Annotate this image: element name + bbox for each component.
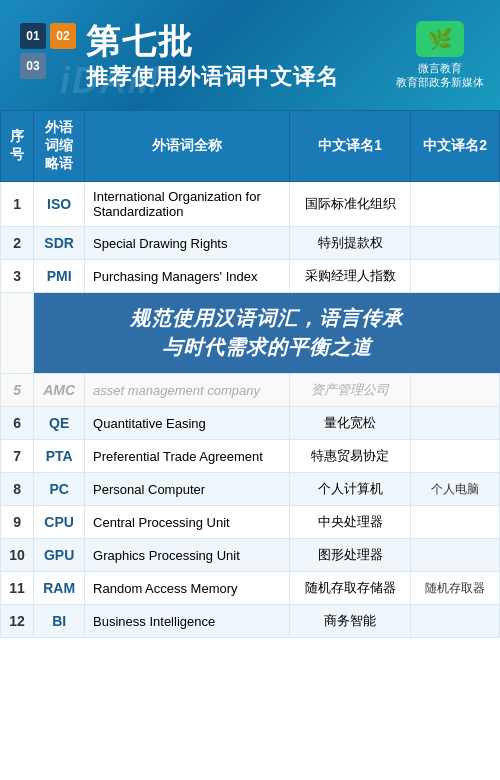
cell-zh2: [411, 182, 500, 227]
cell-abbr: AMC: [34, 374, 85, 407]
cell-abbr: QE: [34, 407, 85, 440]
cell-zh2: [411, 227, 500, 260]
table-row: 7 PTA Preferential Trade Agreement 特惠贸易协…: [1, 440, 500, 473]
cell-fullname: Personal Computer: [85, 473, 290, 506]
table-header-row: 序号 外语词缩略语 外语词全称 中文译名1 中文译名2: [1, 111, 500, 182]
cell-zh2: [411, 506, 500, 539]
cell-fullname: Special Drawing Rights: [85, 227, 290, 260]
table-row: 12 BI Business Intelligence 商务智能: [1, 605, 500, 638]
table-row: 5 AMC asset management company 资产管理公司: [1, 374, 500, 407]
cell-zh1: 量化宽松: [289, 407, 411, 440]
table-row: 9 CPU Central Processing Unit 中央处理器: [1, 506, 500, 539]
col-header-zh1: 中文译名1: [289, 111, 411, 182]
col-header-full: 外语词全称: [85, 111, 290, 182]
cell-abbr: BI: [34, 605, 85, 638]
cell-abbr: CPU: [34, 506, 85, 539]
cell-zh1: 图形处理器: [289, 539, 411, 572]
cell-zh2: 随机存取器: [411, 572, 500, 605]
cell-fullname: International Organization for Standardi…: [85, 182, 290, 227]
cell-fullname: asset management company: [85, 374, 290, 407]
cell-zh1: 国际标准化组织: [289, 182, 411, 227]
cell-fullname: Preferential Trade Agreement: [85, 440, 290, 473]
cell-zh1: 随机存取存储器: [289, 572, 411, 605]
overlay-cell: 规范使用汉语词汇，语言传承 与时代需求的平衡之道: [34, 293, 500, 374]
cell-num: 2: [1, 227, 34, 260]
overlay-line2: 与时代需求的平衡之道: [44, 333, 489, 362]
cell-abbr: SDR: [34, 227, 85, 260]
cell-fullname: Quantitative Easing: [85, 407, 290, 440]
col-header-abbr: 外语词缩略语: [34, 111, 85, 182]
cell-num: 3: [1, 260, 34, 293]
col-header-zh2: 中文译名2: [411, 111, 500, 182]
cell-fullname: Graphics Processing Unit: [85, 539, 290, 572]
cell-zh2: [411, 407, 500, 440]
cell-num: [1, 293, 34, 374]
cell-zh1: 采购经理人指数: [289, 260, 411, 293]
cell-fullname: Central Processing Unit: [85, 506, 290, 539]
watermark: iDAM: [60, 60, 160, 102]
cell-abbr: GPU: [34, 539, 85, 572]
cell-num: 7: [1, 440, 34, 473]
cell-fullname: Random Access Memory: [85, 572, 290, 605]
table-row: 8 PC Personal Computer 个人计算机 个人电脑: [1, 473, 500, 506]
table-row: 6 QE Quantitative Easing 量化宽松: [1, 407, 500, 440]
cell-abbr: ISO: [34, 182, 85, 227]
table-row: 10 GPU Graphics Processing Unit 图形处理器: [1, 539, 500, 572]
cell-num: 11: [1, 572, 34, 605]
cell-zh2: 个人电脑: [411, 473, 500, 506]
cell-num: 8: [1, 473, 34, 506]
overlay-line1: 规范使用汉语词汇，语言传承: [44, 304, 489, 333]
cell-zh2: [411, 260, 500, 293]
table-row: 2 SDR Special Drawing Rights 特别提款权: [1, 227, 500, 260]
badge-03: 03: [20, 53, 46, 79]
cell-num: 6: [1, 407, 34, 440]
table-row: 1 ISO International Organization for Sta…: [1, 182, 500, 227]
cell-num: 9: [1, 506, 34, 539]
main-table: 序号 外语词缩略语 外语词全称 中文译名1 中文译名2 1 ISO Intern…: [0, 110, 500, 638]
header: 01 02 03 第七批 推荐使用外语词中文译名 🌿 微言教育 教育部政务新媒体…: [0, 0, 500, 110]
cell-zh1: 商务智能: [289, 605, 411, 638]
badge-02: 02: [50, 23, 76, 49]
cell-zh2: [411, 539, 500, 572]
cell-abbr: PMI: [34, 260, 85, 293]
cell-abbr: PC: [34, 473, 85, 506]
title-line1: 第七批: [86, 19, 339, 63]
cell-zh2: [411, 374, 500, 407]
cell-num: 12: [1, 605, 34, 638]
table-row: 11 RAM Random Access Memory 随机存取存储器 随机存取…: [1, 572, 500, 605]
cell-num: 5: [1, 374, 34, 407]
header-logo: 🌿 微言教育 教育部政务新媒体: [396, 21, 484, 90]
table-container: 序号 外语词缩略语 外语词全称 中文译名1 中文译名2 1 ISO Intern…: [0, 110, 500, 638]
col-header-seq: 序号: [1, 111, 34, 182]
cell-zh1: 中央处理器: [289, 506, 411, 539]
table-row: 规范使用汉语词汇，语言传承 与时代需求的平衡之道: [1, 293, 500, 374]
badge-01: 01: [20, 23, 46, 49]
cell-num: 10: [1, 539, 34, 572]
cell-fullname: Business Intelligence: [85, 605, 290, 638]
cell-zh2: [411, 605, 500, 638]
cell-abbr: RAM: [34, 572, 85, 605]
cell-zh2: [411, 440, 500, 473]
cell-abbr: PTA: [34, 440, 85, 473]
cell-zh1: 特别提款权: [289, 227, 411, 260]
cell-zh1: 个人计算机: [289, 473, 411, 506]
cell-zh1: 资产管理公司: [289, 374, 411, 407]
cell-num: 1: [1, 182, 34, 227]
logo-icon: 🌿: [416, 21, 464, 57]
cell-fullname: Purchasing Managers' Index: [85, 260, 290, 293]
cell-zh1: 特惠贸易协定: [289, 440, 411, 473]
logo-text-line1: 微言教育: [396, 61, 484, 75]
table-row: 3 PMI Purchasing Managers' Index 采购经理人指数: [1, 260, 500, 293]
logo-text-line2: 教育部政务新媒体: [396, 75, 484, 89]
logo-text: 微言教育 教育部政务新媒体: [396, 61, 484, 90]
